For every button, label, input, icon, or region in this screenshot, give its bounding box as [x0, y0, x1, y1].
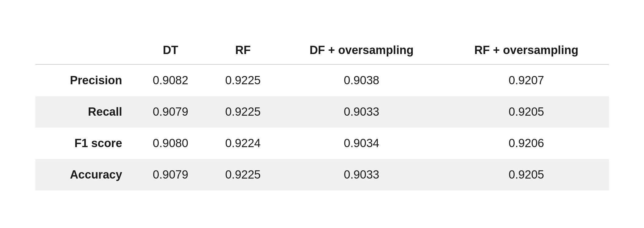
cell-rf: 0.9225 — [207, 159, 279, 190]
cell-metric: Precision — [35, 64, 135, 96]
table-row: F1 score0.90800.92240.90340.9206 — [35, 128, 609, 159]
cell-metric: F1 score — [35, 128, 135, 159]
header-rf-oversampling: RF + oversampling — [444, 38, 609, 64]
cell-rf-oversampling: 0.9205 — [444, 159, 609, 190]
table-container: DT RF DF + oversampling RF + oversamplin… — [17, 31, 627, 197]
cell-metric: Accuracy — [35, 159, 135, 190]
cell-df-oversampling: 0.9038 — [279, 64, 444, 96]
cell-df-oversampling: 0.9033 — [279, 96, 444, 128]
cell-metric: Recall — [35, 96, 135, 128]
table-row: Recall0.90790.92250.90330.9205 — [35, 96, 609, 128]
cell-rf: 0.9224 — [207, 128, 279, 159]
metrics-table: DT RF DF + oversampling RF + oversamplin… — [35, 38, 609, 190]
table-header-row: DT RF DF + oversampling RF + oversamplin… — [35, 38, 609, 64]
cell-rf-oversampling: 0.9207 — [444, 64, 609, 96]
cell-dt: 0.9079 — [134, 159, 207, 190]
header-rf: RF — [207, 38, 279, 64]
header-df-oversampling: DF + oversampling — [279, 38, 444, 64]
cell-rf: 0.9225 — [207, 64, 279, 96]
cell-df-oversampling: 0.9033 — [279, 159, 444, 190]
cell-rf-oversampling: 0.9206 — [444, 128, 609, 159]
cell-dt: 0.9080 — [134, 128, 207, 159]
cell-dt: 0.9082 — [134, 64, 207, 96]
header-metric — [35, 38, 135, 64]
cell-dt: 0.9079 — [134, 96, 207, 128]
cell-df-oversampling: 0.9034 — [279, 128, 444, 159]
header-dt: DT — [134, 38, 207, 64]
table-row: Accuracy0.90790.92250.90330.9205 — [35, 159, 609, 190]
cell-rf: 0.9225 — [207, 96, 279, 128]
table-row: Precision0.90820.92250.90380.9207 — [35, 64, 609, 96]
cell-rf-oversampling: 0.9205 — [444, 96, 609, 128]
